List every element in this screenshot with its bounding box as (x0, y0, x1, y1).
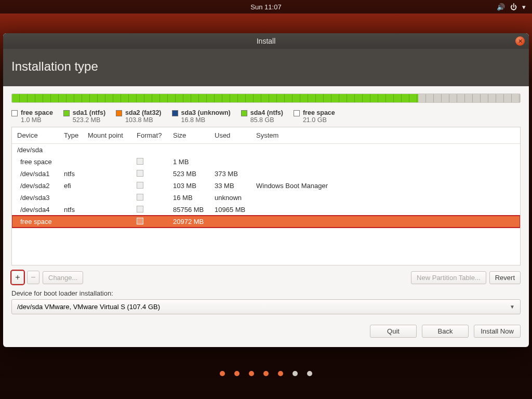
partition-toolbar: + − Change... New Partition Table... Rev… (11, 271, 521, 284)
revert-button[interactable]: Revert (489, 271, 521, 284)
table-body: /dev/sda free space 1 MB /dev/sda1 ntfs (12, 144, 520, 265)
bootloader-select[interactable]: /dev/sda VMware, VMware Virtual S (107.4… (11, 299, 521, 314)
pager-dot (292, 371, 298, 376)
col-size[interactable]: Size (171, 130, 212, 140)
change-partition-button[interactable]: Change... (43, 271, 83, 284)
partition-bar (11, 94, 521, 103)
table-row[interactable]: /dev/sda3 16 MB unknown (12, 192, 520, 204)
add-partition-button[interactable]: + (11, 271, 24, 284)
legend-item: free space1.0 MB (11, 109, 53, 124)
system-top-bar: Sun 11:07 🔊 ⏻ ▾ (0, 0, 532, 14)
step-pager (0, 371, 532, 376)
swatch-icon (116, 110, 122, 116)
remove-partition-button[interactable]: − (27, 271, 39, 284)
table-row[interactable]: /dev/sda1 ntfs 523 MB 373 MB (12, 168, 520, 180)
installer-window: Install ✕ Installation type free space1.… (3, 33, 529, 347)
system-status-icons[interactable]: 🔊 ⏻ ▾ (497, 3, 526, 11)
content-area: free space1.0 MB sda1 (ntfs)523.2 MB sda… (3, 86, 529, 347)
pager-dot (220, 371, 225, 376)
format-checkbox[interactable] (137, 170, 143, 177)
format-checkbox[interactable] (137, 158, 143, 165)
col-device[interactable]: Device (15, 130, 62, 140)
quit-button[interactable]: Quit (370, 325, 417, 338)
table-header: Device Type Mount point Format? Size Use… (12, 127, 520, 144)
format-checkbox[interactable] (137, 182, 143, 189)
format-checkbox[interactable] (137, 194, 143, 201)
partition-table: Device Type Mount point Format? Size Use… (11, 127, 521, 265)
window-titlebar: Install ✕ (3, 33, 529, 49)
chevron-down-icon: ▼ (510, 304, 515, 310)
pager-dot (263, 371, 269, 376)
legend-item: sda2 (fat32)103.8 MB (116, 109, 161, 124)
swatch-icon (172, 110, 178, 116)
pager-dot (249, 371, 254, 376)
format-checkbox[interactable] (137, 206, 143, 212)
footer-buttons: Quit Back Install Now (11, 325, 521, 338)
col-type[interactable]: Type (62, 130, 86, 140)
partition-legend: free space1.0 MB sda1 (ntfs)523.2 MB sda… (11, 109, 521, 124)
swatch-icon (63, 110, 70, 116)
close-button[interactable]: ✕ (515, 36, 525, 46)
legend-item: free space21.0 GB (294, 109, 335, 124)
table-row[interactable]: /dev/sda2 efi 103 MB 33 MB Windows Boot … (12, 180, 520, 192)
new-partition-table-button[interactable]: New Partition Table... (411, 271, 486, 284)
col-system[interactable]: System (254, 130, 517, 140)
legend-item: sda1 (ntfs)523.2 MB (63, 109, 105, 124)
swatch-icon (294, 110, 300, 116)
table-row[interactable]: /dev/sda4 ntfs 85756 MB 10965 MB (12, 204, 520, 216)
pager-dot (307, 371, 312, 376)
table-row[interactable]: free space 1 MB (12, 156, 520, 168)
back-button[interactable]: Back (422, 325, 469, 338)
col-mount[interactable]: Mount point (86, 130, 135, 140)
bootloader-label: Device for boot loader installation: (11, 289, 521, 297)
col-used[interactable]: Used (212, 130, 254, 140)
format-checkbox[interactable] (137, 218, 143, 224)
power-icon[interactable]: ⏻ (510, 3, 517, 11)
page-title: Installation type (3, 49, 529, 86)
window-title: Install (257, 37, 276, 45)
pager-dot (278, 371, 283, 376)
install-now-button[interactable]: Install Now (474, 325, 521, 338)
chevron-down-icon[interactable]: ▾ (522, 3, 526, 11)
legend-item: sda4 (ntfs)85.8 GB (241, 109, 283, 124)
clock: Sun 11:07 (250, 3, 281, 11)
table-disk-group[interactable]: /dev/sda (12, 144, 520, 156)
volume-icon[interactable]: 🔊 (497, 3, 505, 11)
pager-dot (234, 371, 240, 376)
legend-item: sda3 (unknown)16.8 MB (172, 109, 231, 124)
swatch-icon (241, 110, 247, 116)
swatch-icon (11, 110, 18, 116)
table-row-selected[interactable]: free space 20972 MB (12, 216, 520, 228)
col-format[interactable]: Format? (135, 130, 171, 140)
bootloader-value: /dev/sda VMware, VMware Virtual S (107.4… (17, 303, 160, 311)
